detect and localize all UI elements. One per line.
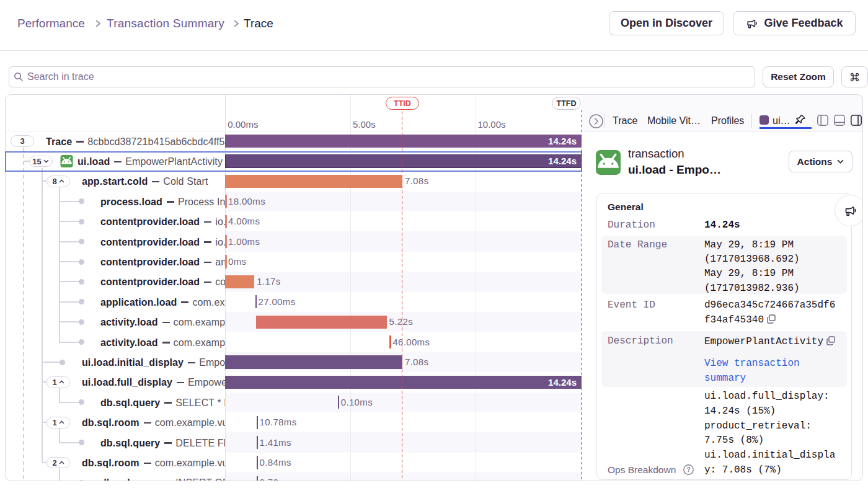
svg-text:?: ?	[686, 466, 690, 473]
